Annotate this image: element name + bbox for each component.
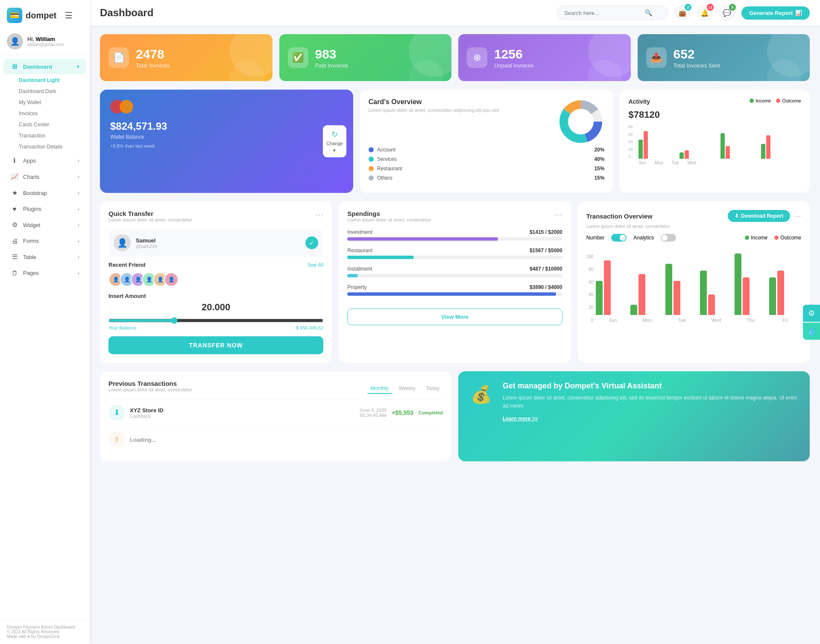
download-report-button[interactable]: ⬇ Download Report: [728, 210, 790, 222]
sidebar-item-apps[interactable]: ℹ Apps ›: [3, 153, 86, 168]
axis-label-sun: Sun: [638, 160, 646, 165]
analytics-toggle[interactable]: [661, 234, 676, 242]
big-bar-group-fri: [769, 271, 801, 315]
bell-notification-btn[interactable]: 🔔 12: [697, 5, 712, 20]
user-profile: 👤 Hi, William william@gmail.com: [0, 28, 90, 55]
tx-row-icon: ⬇: [108, 405, 125, 421]
insert-amount-label: Insert Amount: [108, 293, 323, 299]
tx-row-icon-2: ⬆: [108, 431, 125, 448]
settings-float-button[interactable]: ⚙: [803, 305, 820, 322]
sidebar-sub-transaction[interactable]: Transaction: [0, 130, 90, 141]
legend-label-services: Services: [377, 156, 397, 162]
wallet-balance: $824,571.93: [110, 120, 343, 132]
sidebar-item-plugins[interactable]: ♥ Plugins ›: [3, 201, 86, 216]
unpaid-invoices-icon: ⊗: [467, 47, 487, 68]
transfer-now-button[interactable]: TRANSFER NOW: [108, 336, 323, 354]
axis-label-mon: Mon: [655, 160, 663, 165]
chevron-right-icon: ›: [78, 158, 79, 163]
search-input[interactable]: [564, 10, 641, 16]
unpaid-invoices-number: 1256: [494, 47, 534, 61]
hamburger-menu[interactable]: ☰: [65, 10, 73, 20]
tx-bar-chart: 100 80 60 40 20 0: [586, 247, 801, 323]
table-row: ⬇ XYZ Store ID Cashback June 4, 2020 05:…: [108, 399, 443, 426]
sidebar-label-dashboard: Dashboard: [23, 64, 52, 70]
unpaid-invoices-label: Unpaid Invoices: [494, 62, 534, 69]
wallet-change-button[interactable]: ↻ Change ▾: [323, 125, 346, 157]
sidebar-item-dashboard[interactable]: ⊞ Dashboard ▾: [3, 59, 86, 74]
quick-transfer-menu-icon[interactable]: ⋯: [316, 210, 323, 219]
tx-overview-subtitle: Lorem ipsum dolor sit amet, consectetur: [586, 224, 801, 229]
big-bar-group-thu: [735, 254, 767, 315]
number-toggle[interactable]: [611, 234, 627, 242]
va-description: Lorem ipsum dolor sit amet, consectetur …: [503, 394, 800, 410]
income-label: Income: [756, 98, 771, 103]
card-overview-title: Card's Overview: [369, 98, 500, 106]
table-icon: ☰: [10, 253, 19, 261]
sidebar-sub-my-wallet[interactable]: My Wallet: [0, 97, 90, 108]
user-name: William: [36, 36, 55, 42]
view-more-button[interactable]: View More: [347, 309, 562, 325]
legend-pct-restaurant: 15%: [594, 166, 604, 172]
wallet-notification-btn[interactable]: 👜 2: [675, 5, 690, 20]
message-notification-btn[interactable]: 💬 5: [719, 5, 735, 20]
virtual-assistant-card: 💰 Get managed by Dompet's Virtual Assist…: [458, 371, 810, 461]
sidebar-sub-invoices[interactable]: Invoices: [0, 108, 90, 119]
big-bar-income-tue: [665, 264, 672, 315]
bar-group-sun: [638, 131, 679, 159]
spendings-subtitle: Lorem ipsum dolor sit amet, consectetur: [347, 217, 431, 222]
paid-invoices-label: Paid Invoices: [315, 62, 348, 69]
period-tab-weekly[interactable]: Weekly: [395, 384, 419, 394]
sidebar-item-pages[interactable]: 🗒 Pages ›: [3, 265, 86, 280]
chart-bar-icon: 📊: [795, 10, 802, 16]
bell-badge: 12: [707, 4, 714, 11]
tx-row-amount: +$5,553: [392, 409, 413, 416]
stat-card-total-sent: 📤 652 Total Invoices Sent: [638, 34, 810, 81]
tx-axis-fri: Fri: [769, 318, 801, 323]
big-bar-outcome-mon: [638, 274, 645, 315]
legend-dot-restaurant: [369, 166, 374, 171]
tx-outcome-dot: [774, 236, 779, 240]
water-float-button[interactable]: 💧: [803, 323, 820, 340]
sidebar-item-bootstrap[interactable]: ★ Bootstrap ›: [3, 185, 86, 201]
sidebar-sub-dashboard-light[interactable]: Dashboard Light: [0, 75, 90, 86]
va-learn-more-link[interactable]: Learn more >>: [503, 416, 538, 422]
sidebar-item-widget[interactable]: ⚙ Widget ›: [3, 217, 86, 233]
see-all-link[interactable]: See All: [308, 262, 323, 268]
sidebar-sub-dashboard-dark[interactable]: Dashboard Dark: [0, 86, 90, 97]
legend-dot-others: [369, 175, 374, 181]
tx-row-name-2: Loading...: [130, 437, 443, 443]
big-bar-outcome-wed: [708, 294, 715, 315]
sidebar-sub-transaction-details[interactable]: Transaction Details: [0, 141, 90, 152]
spendings-menu-icon[interactable]: ⋯: [555, 210, 562, 219]
big-bar-outcome-thu: [743, 277, 750, 315]
amount-slider[interactable]: [108, 317, 323, 324]
spending-property: Property $3890 / $4000: [347, 284, 562, 296]
sidebar-sub-cards-center[interactable]: Cards Center: [0, 119, 90, 130]
sidebar-item-charts[interactable]: 📈 Charts ›: [3, 169, 86, 184]
friend-avatars-row: 👤 👤 👤 👤 👤 👤: [108, 272, 323, 287]
period-tab-today[interactable]: Today: [422, 384, 443, 394]
download-icon: ⬇: [735, 213, 739, 219]
download-btn-label: Download Report: [741, 213, 783, 219]
spending-bar-investment: [347, 237, 498, 241]
sidebar-item-table[interactable]: ☰ Table ›: [3, 249, 86, 265]
generate-report-button[interactable]: Generate Report 📊: [741, 6, 810, 20]
axis-label-wed: Wed: [688, 160, 696, 165]
total-sent-label: Total Invoices Sent: [674, 62, 720, 69]
chevron-right-icon2: ›: [78, 174, 79, 179]
legend-pct-others: 15%: [594, 175, 604, 181]
transaction-overview-card: Transaction Overview ⬇ Download Report ⋯…: [578, 201, 810, 363]
search-box[interactable]: 🔍: [557, 6, 668, 20]
tx-row-time: 05:34:45 AM: [360, 413, 387, 418]
axis-label-tue: Tue: [672, 160, 679, 165]
logo-icon: 💳: [7, 8, 22, 23]
bar-income-sun: [638, 140, 643, 159]
quick-transfer-subtitle: Lorem ipsum dolor sit amet, consectetur: [108, 217, 192, 222]
total-sent-icon: 📤: [646, 47, 667, 68]
sidebar-item-forms[interactable]: 🖨 Forms ›: [3, 233, 86, 248]
tx-overview-menu-icon[interactable]: ⋯: [794, 211, 801, 221]
change-label: Change: [326, 141, 343, 146]
legend-services: Services 40%: [369, 156, 605, 162]
refresh-icon: ↻: [331, 130, 338, 139]
period-tab-monthly[interactable]: Monthly: [367, 384, 392, 394]
